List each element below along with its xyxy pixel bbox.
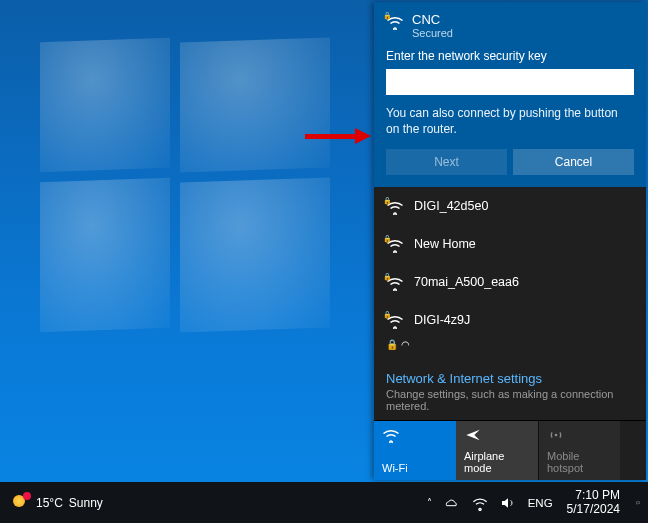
language-indicator[interactable]: ENG (522, 482, 559, 523)
network-settings-sub: Change settings, such as making a connec… (374, 388, 646, 420)
next-button[interactable]: Next (386, 149, 507, 175)
wifi-secured-icon: 🔒 (386, 237, 404, 253)
password-prompt: Enter the network security key (386, 49, 634, 63)
network-item[interactable]: 🔒 70mai_A500_eaa6 (374, 263, 646, 301)
network-flyout: 🔒 CNC Secured Enter the network security… (374, 2, 646, 480)
clock[interactable]: 7:10 PM 5/17/2024 (559, 482, 628, 523)
network-item[interactable]: 🔒 DIGI-4z9J (374, 301, 646, 339)
system-tray: ˄ ENG 7:10 PM 5/17/2024 (421, 482, 648, 523)
taskbar: 15°C Sunny ˄ ENG 7:10 PM 5/17/2024 (0, 482, 648, 523)
network-ssid: 70mai_A500_eaa6 (414, 275, 519, 289)
wifi-tile[interactable]: Wi-Fi (374, 421, 456, 480)
tile-label: Mobile hotspot (547, 450, 612, 474)
windows-logo (40, 40, 340, 340)
network-ssid: DIGI_42d5e0 (414, 199, 488, 213)
wifi-icon (382, 427, 400, 443)
mobile-hotspot-tile[interactable]: Mobile hotspot (538, 421, 620, 480)
network-item[interactable]: 🔒 New Home (374, 225, 646, 263)
ssid-status: Secured (412, 27, 453, 39)
hotspot-icon (547, 427, 565, 443)
ssid-name: CNC (412, 12, 453, 27)
network-ssid: DIGI-4z9J (414, 313, 470, 327)
annotation-arrow (305, 128, 375, 144)
quick-action-tiles: Wi-Fi Airplane mode Mobile hotspot (374, 420, 646, 480)
airplane-icon (464, 427, 482, 443)
wifi-secured-icon: 🔒 (386, 313, 404, 329)
weather-temp: 15°C (36, 496, 63, 510)
wifi-tray-icon[interactable] (466, 482, 494, 523)
action-center-button[interactable] (628, 482, 648, 523)
clock-time: 7:10 PM (575, 489, 620, 503)
available-networks-list: 🔒 DIGI_42d5e0 🔒 New Home 🔒 70mai_A500_ea… (374, 187, 646, 361)
connect-panel: 🔒 CNC Secured Enter the network security… (374, 2, 646, 187)
volume-tray-icon[interactable] (494, 482, 522, 523)
wifi-secured-icon: 🔒 (386, 199, 404, 215)
wifi-secured-icon: 🔒 (386, 275, 404, 291)
tile-label: Wi-Fi (382, 462, 448, 474)
network-settings-link[interactable]: Network & Internet settings (374, 361, 646, 388)
weather-cond: Sunny (69, 496, 103, 510)
wifi-secured-icon: 🔒 (386, 14, 404, 30)
wps-hint: You can also connect by pushing the butt… (386, 105, 634, 137)
clock-date: 5/17/2024 (567, 503, 620, 517)
network-ssid: New Home (414, 237, 476, 251)
network-item[interactable]: 🔒 DIGI_42d5e0 (374, 187, 646, 225)
network-item-truncated[interactable]: 🔒 ◠ (374, 339, 646, 354)
tray-overflow-button[interactable]: ˄ (421, 482, 438, 523)
onedrive-tray-icon[interactable] (438, 482, 466, 523)
tile-label: Airplane mode (464, 450, 530, 474)
weather-sunny-icon (10, 493, 30, 513)
airplane-mode-tile[interactable]: Airplane mode (456, 421, 538, 480)
desktop: 🔒 CNC Secured Enter the network security… (0, 0, 648, 523)
weather-widget[interactable]: 15°C Sunny (0, 482, 113, 523)
svg-point-0 (555, 434, 558, 437)
cancel-button[interactable]: Cancel (513, 149, 634, 175)
password-input[interactable] (386, 69, 634, 95)
